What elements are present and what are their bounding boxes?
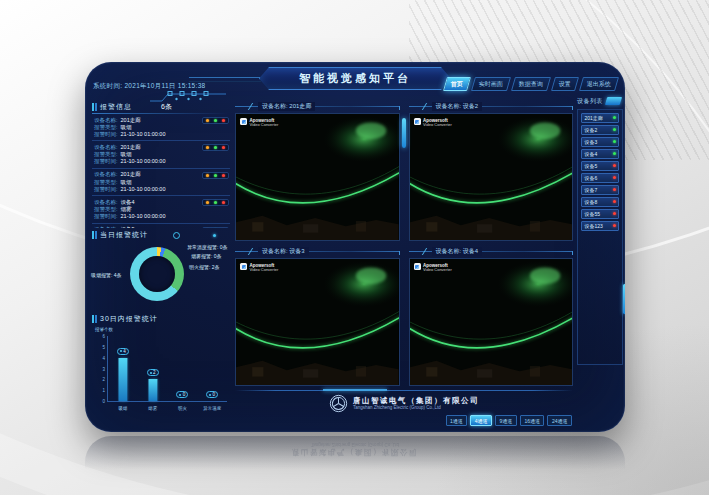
alarm-row: 报警时间:21-10-10 00:00:00 [94,186,228,193]
company-text: 唐山智诚电气（集团）有限公司 Tangshan Zhicheng Electri… [353,396,479,412]
video-cell-4[interactable]: 设备名称: 设备4ApowersoftVideo Converter [409,247,574,386]
device-row[interactable]: 设备2 [581,125,619,135]
watermark-logo-icon [240,263,247,270]
grid-scrollbar-thumb[interactable] [402,118,406,148]
status-dot [214,119,217,122]
video-grid: 设备名称: 201走廊ApowersoftVideo Converter设备名称… [235,102,573,386]
watermark: ApowersoftVideo Converter [240,118,278,128]
status-dot [222,119,225,122]
device-name: 设备5 [585,163,598,169]
video-display[interactable]: ApowersoftVideo Converter [409,258,574,386]
watermark-text: ApowersoftVideo Converter [250,263,279,273]
alarm-field-value: 201走廊 [121,171,141,178]
watermark-logo-icon [240,118,247,125]
channel-button-1通道[interactable]: 1通道 [446,415,468,426]
alarm-status-lights [202,227,229,228]
nav-button-1[interactable]: 首页 [443,77,471,91]
online-dot [613,128,616,131]
bubble-dot [120,350,122,352]
device-row[interactable]: 设备4 [581,149,619,159]
channel-button-4通道[interactable]: 4通道 [470,415,492,426]
video-cell-3[interactable]: 设备名称: 设备3ApowersoftVideo Converter [235,247,400,386]
nav-button-label: 设置 [559,80,571,89]
video-cell-2[interactable]: 设备名称: 设备2ApowersoftVideo Converter [409,102,574,241]
nav-button-label: 首页 [451,80,463,89]
section-bars-icon [92,103,97,111]
y-tick: 6 [98,334,105,339]
ring-decoration [173,232,180,239]
dot-decoration [213,234,216,237]
nav-button-4[interactable]: 设置 [551,77,579,91]
y-tick: 2 [98,377,105,382]
status-dot [206,146,209,149]
online-dot [613,152,616,155]
y-tick: 3 [98,366,105,371]
device-name: 设备4 [585,151,598,157]
alarm-status-lights [202,144,229,151]
nav-button-2[interactable]: 实时画面 [471,77,511,91]
offline-dot [613,200,616,203]
footer: 唐山智诚电气（集团）有限公司 Tangshan Zhicheng Electri… [85,385,625,432]
device-row[interactable]: 设备5 [581,161,619,171]
video-frame [410,114,573,240]
alarm-item[interactable]: 设备名称:设备4报警类型:烟雾报警时间:21-10-10 00:00:00 [92,196,230,223]
device-row[interactable]: 设备7 [581,185,619,195]
alarm-row: 报警类型:吸烟 [94,179,228,186]
alarm-field-label: 报警时间: [94,186,118,193]
donut-label: 明火报警: 2条 [189,264,220,270]
header-slash-decoration [248,248,258,255]
device-list-action-button[interactable] [605,97,622,105]
alarm-row: 报警时间:21-10-10 00:00:00 [94,213,228,220]
alarm-row: 报警类型:吸烟 [94,151,228,158]
header-decor-line [189,77,261,82]
bar-value-bubble: 2 [147,369,159,376]
device-row[interactable]: 设备6 [581,173,619,183]
y-tick: 5 [98,344,105,349]
bubble-dot [150,372,152,374]
video-frame [236,259,399,385]
device-row[interactable]: 设备123 [581,221,619,231]
device-row[interactable]: 设备3 [581,137,619,147]
device-list-scrollbar-thumb[interactable] [623,284,625,314]
dashboard-panel: 系统时间: 2021年10月11日 15:15:38 智能视觉感知平台 首页实时… [85,62,625,432]
device-name: 201走廊 [585,115,603,121]
donut-label: 吸烟报警: 4条 [91,272,122,278]
alarm-field-label: 报警时间: [94,131,118,138]
alarm-field-label: 设备名称: [94,171,118,178]
status-dot [214,174,217,177]
channel-button-16通道[interactable]: 16通道 [520,415,545,426]
alarm-field-value: 21-10-10 00:00:00 [121,158,166,165]
alarm-field-label: 设备名称: [94,226,118,228]
device-row[interactable]: 设备55 [581,209,619,219]
alarm-item[interactable]: 设备名称:201走廊报警类型:吸烟报警时间:21-10-10 00:00:00 [92,141,230,168]
alarm-field-label: 报警时间: [94,213,118,220]
header-slash-decoration [421,248,431,255]
alarm-field-value: 21-10-10 00:00:00 [121,186,166,193]
monthly-stats-header: 30日内报警统计 [92,314,232,324]
video-cell-1[interactable]: 设备名称: 201走廊ApowersoftVideo Converter [235,102,400,241]
right-sidebar: 设备列表 201走廊设备2设备3设备4设备5设备6设备7设备8设备55设备123 [577,96,623,398]
nav-button-5[interactable]: 退出系统 [579,77,619,91]
device-row[interactable]: 201走廊 [581,113,619,123]
alarm-field-label: 设备名称: [94,117,118,124]
status-dot [214,201,217,204]
alarm-field-label: 报警类型: [94,206,118,213]
alarm-item[interactable]: 设备名称:201走廊报警类型:吸烟报警时间:21-10-10 01:00:00 [92,114,230,141]
footer-divider [235,390,573,391]
channel-button-24通道[interactable]: 24通道 [547,415,572,426]
video-display[interactable]: ApowersoftVideo Converter [235,258,400,386]
video-display[interactable]: ApowersoftVideo Converter [235,113,400,241]
nav-button-3[interactable]: 数据查询 [511,77,551,91]
nav-button-label: 退出系统 [587,80,611,89]
video-cell-title: 设备名称: 201走廊 [258,102,315,111]
today-stats-header: 当日报警统计 [92,230,232,240]
alarm-item[interactable]: 设备名称:201走廊报警类型:吸烟报警时间:21-10-10 00:00:00 [92,169,230,196]
video-display[interactable]: ApowersoftVideo Converter [409,113,574,241]
alarm-item[interactable]: 设备名称:设备5报警类型:明火报警时间:21-10-10 00:00:00 [92,224,230,228]
bar-value: 4 [123,349,126,354]
alarm-field-value: 21-10-10 00:00:00 [121,213,166,220]
video-cell-header: 设备名称: 201走廊 [235,102,400,111]
device-row[interactable]: 设备8 [581,197,619,207]
header-slash-decoration [248,103,258,110]
channel-button-9通道[interactable]: 9通道 [495,415,517,426]
